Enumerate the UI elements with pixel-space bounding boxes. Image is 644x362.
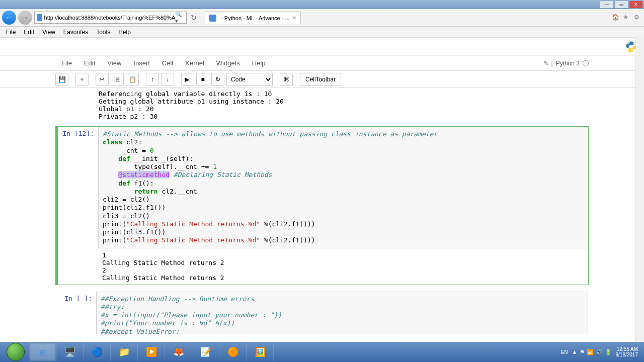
maximize-button[interactable]: ▭ bbox=[614, 1, 628, 9]
menu-help[interactable]: Help bbox=[114, 29, 135, 36]
celltoolbar-button[interactable]: CellToolbar bbox=[300, 73, 341, 86]
paste-button[interactable]: 📋 bbox=[126, 73, 139, 86]
copy-button[interactable]: ⎘ bbox=[111, 73, 124, 86]
taskbar-ie[interactable]: e bbox=[29, 343, 56, 361]
code-input[interactable]: ##Exception Handling --> Runtime errors … bbox=[96, 292, 588, 335]
kernel-name[interactable]: Python 3 bbox=[556, 60, 580, 67]
notebook-header bbox=[0, 38, 644, 56]
code-cell[interactable]: In [12]: #Static Methods --> allows to u… bbox=[55, 126, 589, 285]
tab-favicon bbox=[209, 15, 216, 22]
tray-up-icon[interactable]: ▲ bbox=[572, 349, 578, 355]
favorites-icon[interactable]: ★ bbox=[623, 14, 631, 22]
browser-nav-bar: ← → http://localhost:8888/notebooks/Trai… bbox=[0, 9, 644, 27]
move-down-button[interactable]: ↓ bbox=[161, 73, 174, 86]
home-icon[interactable]: 🏠 bbox=[612, 14, 620, 22]
input-prompt: In [12]: bbox=[58, 127, 98, 285]
taskbar-jupyter[interactable]: 🟠 bbox=[219, 343, 247, 361]
nb-menu-help[interactable]: Help bbox=[246, 59, 272, 67]
nb-menu-edit[interactable]: Edit bbox=[78, 59, 101, 67]
notebook-content[interactable]: Referencing global variable directly is … bbox=[0, 88, 644, 334]
search-dropdown-icon[interactable]: 🔍 ▾ bbox=[175, 11, 184, 24]
nb-menu-view[interactable]: View bbox=[101, 59, 127, 67]
tray-clock[interactable]: 12:55 AM 9/18/2017 bbox=[616, 346, 638, 358]
window-titlebar: — ▭ ✕ bbox=[0, 0, 644, 9]
vertical-scrollbar[interactable] bbox=[635, 36, 644, 342]
menu-file[interactable]: File bbox=[2, 29, 20, 36]
menu-edit[interactable]: Edit bbox=[20, 29, 38, 36]
tab-title: · Python - ML - Advance - ... bbox=[221, 15, 290, 21]
taskbar-firefox[interactable]: 🦊 bbox=[165, 343, 192, 361]
cut-button[interactable]: ✂ bbox=[96, 73, 109, 86]
input-prompt: In [ ]: bbox=[56, 292, 96, 335]
tray-volume-icon[interactable]: 🔊 bbox=[596, 349, 603, 355]
nb-menu-cell[interactable]: Cell bbox=[156, 59, 179, 67]
add-cell-button[interactable]: ＋ bbox=[75, 73, 89, 86]
code-cell[interactable]: In [ ]: ##Exception Handling --> Runtime… bbox=[55, 291, 589, 335]
menu-tools[interactable]: Tools bbox=[92, 29, 114, 36]
page-icon bbox=[37, 14, 42, 21]
forward-button[interactable]: → bbox=[18, 11, 32, 25]
nb-menu-file[interactable]: File bbox=[55, 59, 78, 67]
taskbar-notes[interactable]: 📝 bbox=[192, 343, 219, 361]
nb-menu-insert[interactable]: Insert bbox=[127, 59, 156, 67]
taskbar-app[interactable]: 🖼️ bbox=[247, 343, 274, 361]
taskbar-chrome[interactable]: 🔵 bbox=[84, 343, 111, 361]
menu-favorites[interactable]: Favorites bbox=[59, 29, 92, 36]
save-button[interactable]: 💾 bbox=[55, 73, 68, 86]
notebook-toolbar: 💾 ＋ ✂ ⎘ 📋 ↑ ↓ ▶| ■ ↻ Code ⌘ CellToolbar bbox=[0, 71, 644, 88]
nb-menu-kernel[interactable]: Kernel bbox=[179, 59, 210, 67]
nb-menu-widgets[interactable]: Widgets bbox=[210, 59, 246, 67]
celltype-select[interactable]: Code bbox=[226, 73, 273, 86]
tray-network-icon[interactable]: 📶 bbox=[587, 349, 594, 355]
back-button[interactable]: ← bbox=[2, 11, 16, 25]
move-up-button[interactable]: ↑ bbox=[146, 73, 159, 86]
cell-output: 1 Calling Static Method returns 2 2 Call… bbox=[98, 248, 588, 285]
browser-tab[interactable]: · Python - ML - Advance - ... × bbox=[205, 11, 301, 24]
tab-close-icon[interactable]: × bbox=[293, 15, 296, 22]
tray-battery-icon[interactable]: 🔋 bbox=[605, 349, 612, 355]
tray-lang[interactable]: EN bbox=[561, 349, 568, 355]
taskbar-mediaplayer[interactable]: ▶️ bbox=[138, 343, 165, 361]
close-button[interactable]: ✕ bbox=[629, 1, 643, 9]
stop-button[interactable]: ■ bbox=[196, 73, 209, 86]
browser-menu-bar: File Edit View Favorites Tools Help bbox=[0, 27, 644, 38]
menu-view[interactable]: View bbox=[38, 29, 59, 36]
url-text: http://localhost:8888/notebooks/Training… bbox=[44, 15, 176, 21]
tray-icons[interactable]: ▲ ⚑ 📶 🔊 🔋 bbox=[572, 349, 612, 355]
tools-icon[interactable]: ⚙ bbox=[634, 14, 642, 22]
windows-taskbar: e 🖥️ 🔵 📁 ▶️ 🦊 📝 🟠 🖼️ EN ▲ ⚑ 📶 🔊 🔋 12:55 … bbox=[0, 342, 644, 362]
taskbar-explorer[interactable]: 📁 bbox=[111, 343, 138, 361]
restart-button[interactable]: ↻ bbox=[211, 73, 224, 86]
command-palette-button[interactable]: ⌘ bbox=[280, 73, 293, 86]
minimize-button[interactable]: — bbox=[600, 1, 614, 9]
prev-cell-output: Referencing global variable directly is … bbox=[55, 88, 589, 126]
tray-flag-icon[interactable]: ⚑ bbox=[580, 349, 585, 355]
taskbar-monitor[interactable]: 🖥️ bbox=[56, 343, 84, 361]
code-input[interactable]: #Static Methods --> allows to use method… bbox=[98, 127, 588, 248]
refresh-button[interactable]: ↻ bbox=[189, 14, 199, 22]
kernel-indicator-icon bbox=[583, 60, 589, 66]
run-button[interactable]: ▶| bbox=[181, 73, 194, 86]
notebook-menu-bar: File Edit View Insert Cell Kernel Widget… bbox=[0, 56, 644, 71]
edit-icon[interactable]: ✎ bbox=[543, 60, 548, 67]
start-button[interactable] bbox=[2, 343, 29, 361]
address-bar[interactable]: http://localhost:8888/notebooks/Training… bbox=[34, 12, 187, 24]
